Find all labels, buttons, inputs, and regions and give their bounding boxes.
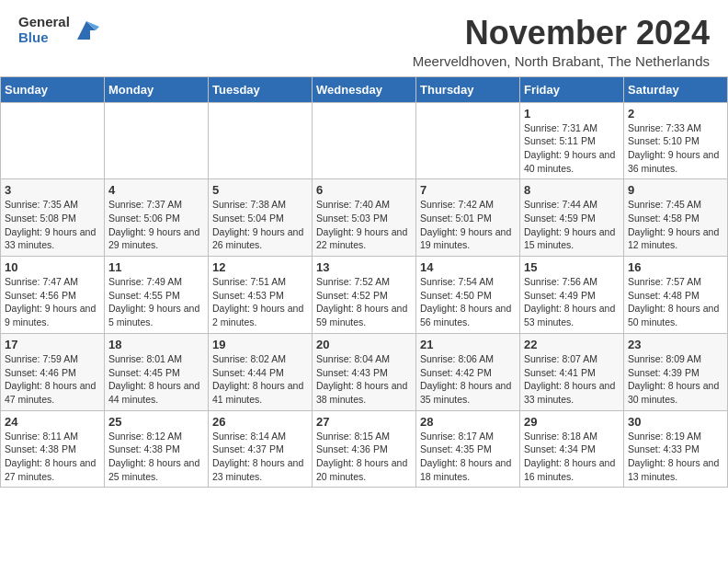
day-info: Sunrise: 8:12 AM Sunset: 4:38 PM Dayligh…	[108, 430, 204, 484]
day-info: Sunrise: 7:38 AM Sunset: 5:04 PM Dayligh…	[212, 198, 308, 252]
day-number: 8	[524, 183, 620, 197]
calendar-week-4: 17Sunrise: 7:59 AM Sunset: 4:46 PM Dayli…	[1, 333, 728, 410]
calendar-cell: 1Sunrise: 7:31 AM Sunset: 5:11 PM Daylig…	[520, 102, 624, 179]
day-info: Sunrise: 7:51 AM Sunset: 4:53 PM Dayligh…	[212, 275, 308, 329]
calendar-cell: 15Sunrise: 7:56 AM Sunset: 4:49 PM Dayli…	[520, 257, 624, 334]
day-number: 11	[108, 260, 204, 274]
day-info: Sunrise: 7:52 AM Sunset: 4:52 PM Dayligh…	[316, 275, 412, 329]
day-info: Sunrise: 7:31 AM Sunset: 5:11 PM Dayligh…	[524, 121, 620, 176]
calendar-cell: 30Sunrise: 8:19 AM Sunset: 4:33 PM Dayli…	[624, 410, 728, 488]
calendar-body: 1Sunrise: 7:31 AM Sunset: 5:11 PM Daylig…	[1, 102, 728, 488]
month-title: November 2024	[99, 15, 710, 52]
day-number: 6	[316, 183, 412, 197]
day-number: 23	[628, 338, 723, 351]
header-row: Sunday Monday Tuesday Wednesday Thursday…	[1, 76, 728, 102]
day-info: Sunrise: 8:09 AM Sunset: 4:39 PM Dayligh…	[628, 352, 723, 407]
col-monday: Monday	[105, 76, 209, 102]
day-number: 18	[108, 338, 204, 351]
calendar-header: Sunday Monday Tuesday Wednesday Thursday…	[1, 76, 728, 102]
day-number: 4	[108, 183, 204, 197]
page-header: General Blue November 2024 Meerveldhoven…	[0, 0, 728, 76]
day-number: 15	[524, 260, 620, 274]
calendar-cell: 2Sunrise: 7:33 AM Sunset: 5:10 PM Daylig…	[624, 102, 728, 179]
day-number: 9	[628, 183, 723, 197]
calendar-cell: 4Sunrise: 7:37 AM Sunset: 5:06 PM Daylig…	[105, 179, 209, 257]
calendar-cell: 25Sunrise: 8:12 AM Sunset: 4:38 PM Dayli…	[105, 410, 209, 488]
logo-general-text: General	[18, 15, 70, 30]
day-info: Sunrise: 7:40 AM Sunset: 5:03 PM Dayligh…	[316, 198, 412, 252]
day-number: 2	[628, 107, 723, 121]
calendar-cell: 13Sunrise: 7:52 AM Sunset: 4:52 PM Dayli…	[313, 257, 416, 334]
day-number: 16	[628, 260, 723, 274]
calendar-cell: 9Sunrise: 7:45 AM Sunset: 4:58 PM Daylig…	[624, 179, 728, 257]
calendar-cell: 19Sunrise: 8:02 AM Sunset: 4:44 PM Dayli…	[209, 333, 313, 410]
day-number: 29	[524, 415, 620, 429]
col-sunday: Sunday	[1, 76, 105, 102]
calendar-week-3: 10Sunrise: 7:47 AM Sunset: 4:56 PM Dayli…	[1, 257, 728, 334]
day-info: Sunrise: 7:56 AM Sunset: 4:49 PM Dayligh…	[524, 275, 620, 329]
day-info: Sunrise: 7:59 AM Sunset: 4:46 PM Dayligh…	[5, 352, 100, 407]
calendar-cell: 27Sunrise: 8:15 AM Sunset: 4:36 PM Dayli…	[313, 410, 416, 488]
day-info: Sunrise: 8:18 AM Sunset: 4:34 PM Dayligh…	[524, 430, 620, 484]
day-info: Sunrise: 7:33 AM Sunset: 5:10 PM Dayligh…	[628, 121, 723, 176]
day-info: Sunrise: 8:14 AM Sunset: 4:37 PM Dayligh…	[212, 430, 308, 484]
calendar-cell: 5Sunrise: 7:38 AM Sunset: 5:04 PM Daylig…	[209, 179, 313, 257]
calendar-cell: 10Sunrise: 7:47 AM Sunset: 4:56 PM Dayli…	[1, 257, 105, 334]
subtitle: Meerveldhoven, North Brabant, The Nether…	[99, 53, 710, 69]
calendar-cell: 7Sunrise: 7:42 AM Sunset: 5:01 PM Daylig…	[416, 179, 520, 257]
calendar-cell	[209, 102, 313, 179]
day-number: 13	[316, 260, 412, 274]
day-number: 21	[420, 338, 516, 351]
calendar-cell: 16Sunrise: 7:57 AM Sunset: 4:48 PM Dayli…	[624, 257, 728, 334]
calendar-cell: 6Sunrise: 7:40 AM Sunset: 5:03 PM Daylig…	[313, 179, 416, 257]
calendar-cell	[313, 102, 416, 179]
col-wednesday: Wednesday	[313, 76, 416, 102]
day-info: Sunrise: 7:47 AM Sunset: 4:56 PM Dayligh…	[5, 275, 100, 329]
day-number: 17	[5, 338, 100, 351]
calendar-cell	[416, 102, 520, 179]
col-tuesday: Tuesday	[209, 76, 313, 102]
calendar-cell: 8Sunrise: 7:44 AM Sunset: 4:59 PM Daylig…	[520, 179, 624, 257]
col-friday: Friday	[520, 76, 624, 102]
col-saturday: Saturday	[624, 76, 728, 102]
col-thursday: Thursday	[416, 76, 520, 102]
calendar-cell: 3Sunrise: 7:35 AM Sunset: 5:08 PM Daylig…	[1, 179, 105, 257]
calendar-cell: 21Sunrise: 8:06 AM Sunset: 4:42 PM Dayli…	[416, 333, 520, 410]
calendar-cell: 11Sunrise: 7:49 AM Sunset: 4:55 PM Dayli…	[105, 257, 209, 334]
calendar-cell: 17Sunrise: 7:59 AM Sunset: 4:46 PM Dayli…	[1, 333, 105, 410]
day-info: Sunrise: 8:19 AM Sunset: 4:33 PM Dayligh…	[628, 430, 723, 484]
day-number: 28	[420, 415, 516, 429]
day-info: Sunrise: 7:54 AM Sunset: 4:50 PM Dayligh…	[420, 275, 516, 329]
calendar-cell: 20Sunrise: 8:04 AM Sunset: 4:43 PM Dayli…	[313, 333, 416, 410]
calendar-cell	[1, 102, 105, 179]
calendar-cell: 23Sunrise: 8:09 AM Sunset: 4:39 PM Dayli…	[624, 333, 728, 410]
day-info: Sunrise: 7:44 AM Sunset: 4:59 PM Dayligh…	[524, 198, 620, 252]
calendar-cell: 29Sunrise: 8:18 AM Sunset: 4:34 PM Dayli…	[520, 410, 624, 488]
logo-blue-text: Blue	[18, 30, 70, 46]
day-info: Sunrise: 8:15 AM Sunset: 4:36 PM Dayligh…	[316, 430, 412, 484]
calendar-cell	[105, 102, 209, 179]
day-number: 30	[628, 415, 723, 429]
day-number: 3	[5, 183, 100, 197]
calendar-cell: 28Sunrise: 8:17 AM Sunset: 4:35 PM Dayli…	[416, 410, 520, 488]
day-number: 10	[5, 260, 100, 274]
day-info: Sunrise: 7:37 AM Sunset: 5:06 PM Dayligh…	[108, 198, 204, 252]
day-info: Sunrise: 7:49 AM Sunset: 4:55 PM Dayligh…	[108, 275, 204, 329]
calendar-cell: 12Sunrise: 7:51 AM Sunset: 4:53 PM Dayli…	[209, 257, 313, 334]
day-number: 19	[212, 338, 308, 351]
day-info: Sunrise: 8:02 AM Sunset: 4:44 PM Dayligh…	[212, 352, 308, 407]
day-info: Sunrise: 7:57 AM Sunset: 4:48 PM Dayligh…	[628, 275, 723, 329]
calendar-cell: 26Sunrise: 8:14 AM Sunset: 4:37 PM Dayli…	[209, 410, 313, 488]
calendar-cell: 24Sunrise: 8:11 AM Sunset: 4:38 PM Dayli…	[1, 410, 105, 488]
day-info: Sunrise: 7:42 AM Sunset: 5:01 PM Dayligh…	[420, 198, 516, 252]
day-number: 12	[212, 260, 308, 274]
day-number: 7	[420, 183, 516, 197]
calendar-week-5: 24Sunrise: 8:11 AM Sunset: 4:38 PM Dayli…	[1, 410, 728, 488]
logo: General Blue	[18, 15, 99, 45]
day-number: 20	[316, 338, 412, 351]
day-number: 24	[5, 415, 100, 429]
calendar-table: Sunday Monday Tuesday Wednesday Thursday…	[0, 76, 728, 488]
day-number: 22	[524, 338, 620, 351]
calendar-week-1: 1Sunrise: 7:31 AM Sunset: 5:11 PM Daylig…	[1, 102, 728, 179]
day-info: Sunrise: 7:45 AM Sunset: 4:58 PM Dayligh…	[628, 198, 723, 252]
